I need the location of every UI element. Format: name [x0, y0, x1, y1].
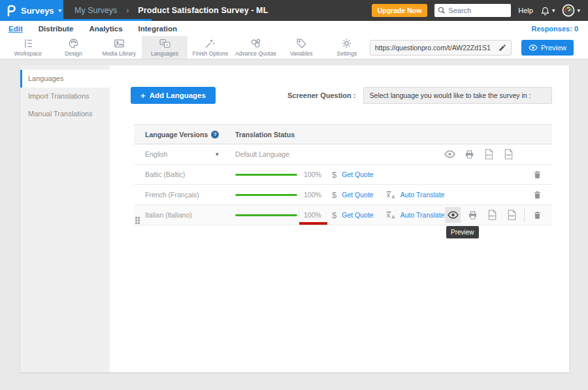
tab-analytics[interactable]: Analytics [89, 25, 122, 33]
actions-divider [524, 208, 525, 222]
auto-translate-link[interactable]: Auto Translate [400, 191, 445, 199]
export-doc-icon[interactable]: DOC [482, 205, 502, 225]
chain-links-icon [250, 38, 261, 49]
toolbar-tab-media-library[interactable]: Media Library [96, 36, 142, 59]
svg-text:A: A [165, 43, 168, 47]
toolbar-tab-advance-quotas[interactable]: Advance Quotas [233, 36, 279, 59]
bell-icon [540, 5, 550, 16]
help-link[interactable]: Help [518, 7, 533, 14]
svg-text:X: X [161, 41, 164, 44]
svg-text:DOC: DOC [489, 214, 495, 218]
actions-row: + Add Languages Screener Question : [110, 87, 569, 104]
languages-sidebar: Languages Import Translations Manual Tra… [20, 65, 110, 372]
preview-button[interactable]: Preview [521, 40, 574, 56]
toolbar-tab-finish-options[interactable]: Finish Options [188, 36, 233, 59]
progress-percent: 100% [304, 171, 327, 178]
account-menu[interactable]: ▾ [562, 4, 580, 17]
survey-url-field [370, 40, 512, 56]
language-name: Italian (Italiano) [145, 211, 192, 219]
chevron-down-icon: ▾ [577, 7, 580, 14]
delete-trash-icon[interactable] [527, 205, 547, 225]
workspace-icon [22, 38, 33, 49]
search-input[interactable] [448, 7, 500, 14]
auto-translate-icon: XA [386, 211, 397, 219]
progress-percent: 100% [304, 191, 327, 199]
translation-progress-bar [235, 174, 297, 176]
language-select[interactable]: English ▾ [134, 150, 235, 158]
product-switcher[interactable]: Surveys ▾ [0, 0, 63, 21]
table-header-row: Language Versions ? Translation Status [134, 124, 552, 144]
delete-trash-icon[interactable] [527, 165, 547, 184]
tab-distribute[interactable]: Distribute [39, 25, 74, 33]
export-pdf-icon[interactable]: PDF [498, 144, 518, 164]
dollar-icon[interactable]: $ [332, 170, 336, 180]
row-actions: DOC PDF [443, 205, 547, 225]
get-quote-link[interactable]: Get Quote [342, 211, 373, 219]
toolbar-tab-workspace[interactable]: Workspace [5, 36, 51, 59]
tab-edit[interactable]: Edit [8, 25, 23, 33]
screener-question-input[interactable] [363, 87, 552, 104]
palette-icon [68, 38, 79, 49]
notifications-menu[interactable]: ▾ [540, 5, 555, 16]
languages-content: + Add Languages Screener Question : Lang… [110, 65, 569, 372]
preview-eye-icon[interactable] [440, 144, 459, 164]
export-doc-icon[interactable]: DOC [479, 144, 498, 164]
svg-text:A: A [391, 214, 395, 219]
upgrade-now-button[interactable]: Upgrade Now [372, 4, 428, 17]
table-row-italian: Italian (Italiano) 100% $ Get Quote XA A… [134, 205, 552, 225]
print-icon[interactable] [463, 205, 482, 225]
drag-handle[interactable] [135, 217, 140, 224]
dollar-icon[interactable]: $ [332, 190, 336, 200]
breadcrumb: My Surveys › Product Satisfaction Survey… [74, 6, 268, 15]
questionpro-logo [6, 5, 16, 16]
auto-translate-link[interactable]: Auto Translate [400, 211, 445, 219]
sidebar-item-manual-translations[interactable]: Manual Translations [20, 105, 110, 123]
delete-trash-icon[interactable] [527, 185, 547, 204]
magic-wand-icon [204, 38, 216, 49]
toolbar-tab-design[interactable]: Design [51, 36, 97, 59]
translation-progress-bar [235, 214, 297, 216]
chevron-down-icon: ▾ [216, 151, 219, 157]
translate-icon: X A [159, 38, 171, 49]
get-quote-link[interactable]: Get Quote [342, 191, 373, 199]
page-background: Languages Import Translations Manual Tra… [0, 59, 588, 390]
edit-toolbar: Workspace Design Media Library X A [0, 36, 588, 59]
help-icon[interactable]: ? [211, 131, 219, 138]
row-actions [527, 185, 547, 204]
eye-icon [529, 44, 538, 51]
sidebar-item-import-translations[interactable]: Import Translations [20, 88, 110, 105]
red-annotation-underline [299, 222, 327, 225]
row-actions: DOC PDF [440, 144, 547, 164]
toolbar-tab-variables[interactable]: Variables [278, 36, 324, 59]
export-pdf-icon[interactable]: PDF [502, 205, 521, 225]
table-row-english: English ▾ Default Language DOC [134, 144, 552, 165]
preview-eye-icon[interactable] [445, 207, 461, 223]
svg-text:X: X [386, 192, 390, 199]
sidebar-item-languages[interactable]: Languages [20, 70, 110, 88]
breadcrumb-separator: › [126, 6, 129, 15]
get-quote-link[interactable]: Get Quote [342, 171, 373, 178]
svg-text:PDF: PDF [506, 154, 511, 157]
row-actions [527, 165, 547, 184]
svg-text:DOC: DOC [486, 154, 492, 157]
progress-percent: 100% [304, 211, 327, 219]
table-row-french: French (Français) 100% $ Get Quote XA Au… [134, 185, 552, 205]
preview-tooltip: Preview [446, 226, 479, 238]
breadcrumb-parent-link[interactable]: My Surveys [74, 6, 117, 15]
avatar [562, 4, 575, 17]
toolbar-tab-settings[interactable]: Settings [324, 36, 370, 59]
translation-progress-bar [235, 194, 297, 196]
toolbar-tab-languages[interactable]: X A Languages [142, 36, 188, 59]
survey-title: Product Satisfaction Survey - ML [138, 6, 268, 15]
survey-url-input[interactable] [375, 44, 495, 52]
languages-panel: Languages Import Translations Manual Tra… [20, 65, 569, 372]
edit-url-pencil-icon[interactable] [498, 44, 506, 52]
svg-text:X: X [386, 212, 390, 219]
tab-integration[interactable]: Integration [139, 25, 177, 33]
responses-count[interactable]: Responses: 0 [531, 25, 578, 33]
global-search[interactable] [434, 4, 511, 17]
print-icon[interactable] [459, 144, 479, 164]
dollar-icon[interactable]: $ [332, 210, 336, 220]
add-languages-button[interactable]: + Add Languages [131, 87, 216, 104]
section-tabs: Edit Distribute Analytics Integration [8, 25, 177, 33]
